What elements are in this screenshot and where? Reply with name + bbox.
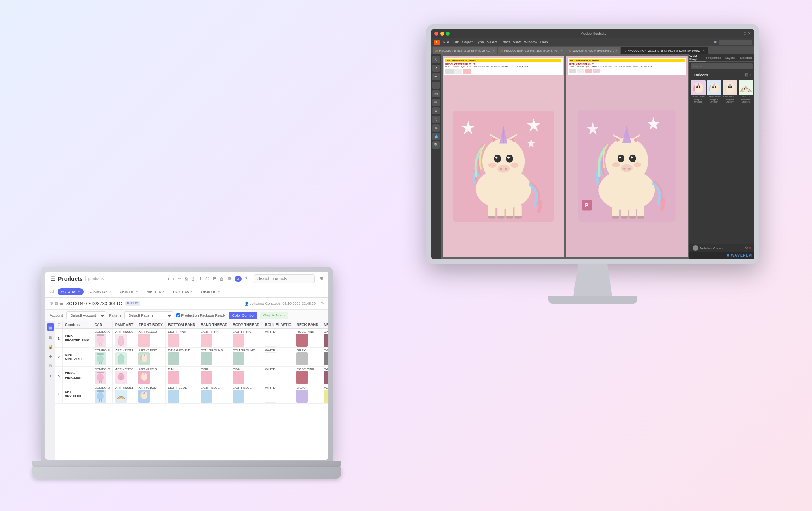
row-3-cad-img[interactable] [95, 371, 106, 384]
copy-icon[interactable]: ⎘ [185, 276, 188, 281]
tab-xbj0710-close[interactable]: ✕ [136, 290, 138, 293]
menu-select[interactable]: Select [487, 40, 497, 44]
row-1-cad-img[interactable] [95, 334, 106, 347]
tool-rotate[interactable]: ↻ [432, 107, 440, 114]
print-icon[interactable]: 🖨 [191, 276, 195, 281]
menu-window[interactable]: Window [524, 40, 537, 44]
hamburger-icon[interactable]: ☰ [50, 276, 56, 282]
tab-acs0w145-close[interactable]: ✕ [109, 290, 112, 293]
pattern-select[interactable]: Default Pattern [124, 311, 173, 319]
row-1-front-body-img[interactable] [138, 334, 150, 347]
thumbnail-item-3[interactable]: EP500107C Magical Unicorn [723, 80, 737, 103]
minimize-dot[interactable] [440, 32, 444, 36]
tool-eyedropper[interactable]: 💧 [432, 133, 440, 140]
ai-tab-1[interactable]: Ai Production_print.ai @ 39.83 % (CMYK/.… [433, 47, 497, 54]
row-2-cad-img[interactable] [95, 352, 106, 365]
sidebar-link-icon[interactable]: ⧉ [47, 362, 54, 370]
menu-edit[interactable]: Edit [453, 40, 459, 44]
tool-zoom[interactable]: 🔍 [432, 141, 440, 149]
graphic-assets-button[interactable]: Graphic Assets [260, 312, 289, 319]
tab-sc13169-close[interactable]: ✕ [78, 290, 80, 293]
grid-view-icon[interactable]: ⊞ [745, 73, 748, 77]
account-select[interactable]: Default Account [66, 311, 106, 319]
row-4-front-body-img[interactable] [138, 390, 150, 403]
search-icon[interactable]: 🔍 [714, 41, 718, 44]
row-4-pant-img[interactable] [115, 390, 127, 403]
tab-acs0w145[interactable]: ACS0W145 ✕ [85, 288, 115, 295]
ai-tab-3[interactable]: Ai Wave.ai* @ 400 % (RGB/Previ... ✕ [566, 47, 620, 54]
sidebar-lock-icon[interactable]: 🔒 [47, 343, 54, 350]
list-icon[interactable]: ☰ [60, 302, 63, 306]
sidebar-filter-icon[interactable]: ▤ [47, 323, 54, 331]
tool-paint[interactable]: ✏ [432, 99, 440, 106]
ai-panel-tab-wlm[interactable]: WLM Plugin [689, 54, 706, 62]
ai-panel-tab-layers[interactable]: Layers [722, 54, 738, 62]
search-input[interactable] [254, 274, 315, 283]
row-4-cad-img[interactable] [95, 390, 106, 403]
menu-object[interactable]: Object [462, 40, 473, 44]
add-icon[interactable]: + [749, 73, 752, 77]
close-panel-icon[interactable]: × [749, 246, 751, 250]
tab-xbj0710[interactable]: XBJ0710 ✕ [117, 288, 142, 295]
row-3-pant-img[interactable]: ☆ [115, 371, 127, 384]
tool-blend[interactable]: ◈ [432, 124, 440, 132]
ai-panel-tab-properties[interactable]: Properties [706, 54, 722, 62]
menu-effect[interactable]: Effect [501, 40, 510, 44]
window-minimize-icon[interactable]: — [739, 32, 743, 36]
tab-obj0710[interactable]: OBJ0710 ✕ [198, 288, 224, 295]
settings-gear-icon[interactable]: ⚙ [227, 276, 231, 281]
thumbnail-item-4[interactable]: PRX0010 Rainbow unicorn [739, 80, 753, 103]
more-icon[interactable]: ⊟ [213, 276, 216, 281]
grid-icon[interactable]: ⊞ [55, 302, 58, 306]
row-2-front-body-img[interactable] [138, 352, 150, 365]
thumbnail-item-2[interactable]: EP500107B Magical Unicorn [707, 80, 721, 103]
notification-badge[interactable]: 3 [235, 276, 242, 282]
filter-icon[interactable]: ⊞ [320, 276, 323, 281]
sidebar-star-icon[interactable]: ✦ [47, 372, 54, 379]
tab-all[interactable]: All [49, 290, 56, 294]
menu-help[interactable]: Help [540, 40, 548, 44]
row-2-pant-img[interactable] [115, 352, 127, 365]
production-ready-input[interactable] [176, 313, 180, 317]
menu-file[interactable]: File [443, 40, 449, 44]
tool-type[interactable]: T [432, 82, 440, 89]
share-icon[interactable]: ⬡ [205, 276, 209, 281]
row-1-pant-img[interactable] [115, 334, 127, 347]
ai-tab-4[interactable]: Ai PRODUCTION_22213 (1).ai @ 34.04 % (CM… [621, 47, 708, 54]
thumbnail-item-1[interactable]: EP500101B Magical Unicorn [691, 80, 706, 103]
row-3-front-body-img[interactable] [138, 371, 150, 384]
help-icon[interactable]: ? [245, 276, 247, 281]
tab-birl114-close[interactable]: ✕ [162, 290, 165, 293]
search-bar[interactable] [719, 40, 752, 45]
tool-direct[interactable]: ↗ [432, 65, 440, 72]
ai-tab-2[interactable]: Ai PRODUCTION_21634B (1).ai @ 16.67 %...… [498, 47, 566, 54]
tab-dck0145[interactable]: DCK0145 ✕ [170, 288, 196, 295]
window-close-icon[interactable]: ✕ [748, 32, 751, 36]
tool-shape[interactable]: ▭ [432, 90, 440, 97]
menu-view[interactable]: View [513, 40, 520, 44]
tab-birl114[interactable]: BIRL114 ✕ [143, 288, 168, 295]
menu-type[interactable]: Type [476, 40, 484, 44]
nav-next-icon[interactable]: › [173, 276, 175, 282]
delete-icon[interactable]: 🗑 [220, 276, 224, 281]
production-ready-checkbox[interactable]: Production Package Ready [176, 313, 226, 317]
close-dot[interactable] [434, 32, 438, 36]
tool-scale[interactable]: ⤡ [432, 116, 440, 123]
edit-subheader-icon[interactable]: ✎ [321, 301, 324, 306]
ai-search-input[interactable] [691, 63, 753, 69]
window-maximize-icon[interactable]: □ [744, 32, 746, 36]
settings-icon[interactable]: ⚙ [745, 246, 748, 250]
color-combo-button[interactable]: Color Combo [229, 312, 257, 319]
tool-pen[interactable]: ✒ [432, 73, 440, 80]
tab-dck0145-close[interactable]: ✕ [190, 290, 193, 293]
tab-obj0710-close[interactable]: ✕ [218, 290, 220, 293]
maximize-dot[interactable] [446, 32, 450, 36]
sidebar-plus-icon[interactable]: ✚ [47, 353, 54, 360]
nav-prev-icon[interactable]: ‹ [168, 276, 170, 282]
export-icon[interactable]: ⤒ [199, 276, 202, 281]
tab-sc13169[interactable]: SC13169 ✕ [58, 288, 84, 295]
edit-icon[interactable]: ✏ [178, 276, 181, 281]
tool-select[interactable]: ↖ [432, 56, 440, 63]
sidebar-layout-icon[interactable]: ⊞ [47, 333, 54, 341]
ai-panel-tab-libraries[interactable]: Libraries [738, 54, 754, 62]
